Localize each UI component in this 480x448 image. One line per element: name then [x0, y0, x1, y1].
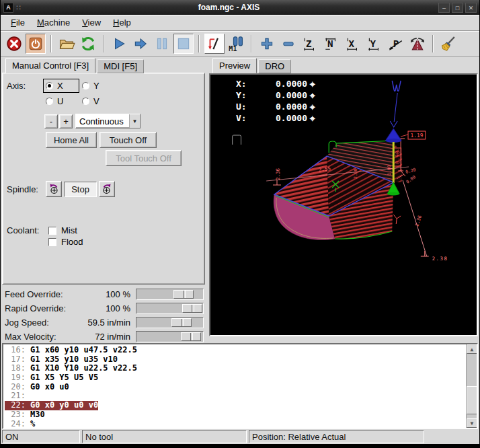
- axis-window: A ∷ foam.ngc - AXIS – □ ✕ File Machine V…: [0, 0, 480, 448]
- gcode-line[interactable]: 19:G1 X5 Y5 U5 V5: [5, 373, 465, 383]
- spindle-stop-button[interactable]: Stop: [64, 182, 97, 197]
- pause-icon: [154, 36, 170, 52]
- gcode-line-active[interactable]: 22:G0 x0 y0 u0 v0: [5, 401, 465, 410]
- gcode-line[interactable]: 21:: [5, 391, 465, 401]
- dim-label-fan-b: 1.00: [387, 165, 392, 176]
- jog-minus-button[interactable]: -: [44, 114, 58, 128]
- view-x-button[interactable]: X: [343, 34, 363, 54]
- preview-panel: Preview DRO: [206, 57, 479, 343]
- axis-radio-u[interactable]: U: [43, 94, 79, 108]
- clear-plot-button[interactable]: [438, 34, 458, 54]
- home-all-button[interactable]: Home All: [46, 132, 97, 148]
- estop-button[interactable]: [4, 34, 24, 54]
- tab-mdi[interactable]: MDI [F5]: [97, 59, 144, 73]
- dim-label-000: 0.00: [405, 174, 417, 185]
- view-perspective-button[interactable]: P: [386, 34, 406, 54]
- close-button[interactable]: ✕: [465, 3, 477, 13]
- jog-increment-select[interactable]: Continuous ▼: [75, 114, 141, 128]
- scroll-up-arrow[interactable]: ▲: [467, 344, 477, 354]
- scroll-thumb[interactable]: [467, 386, 477, 414]
- minimize-button[interactable]: –: [438, 3, 450, 13]
- machine-power-button[interactable]: [26, 34, 46, 54]
- feed-override-label: Feed Override:: [5, 289, 63, 299]
- slider-handle[interactable]: [182, 304, 202, 313]
- slider-handle[interactable]: [171, 318, 192, 327]
- svg-text:M1: M1: [229, 44, 237, 52]
- view-z-back-button[interactable]: N: [321, 34, 342, 54]
- menu-file[interactable]: File: [5, 16, 31, 29]
- slider-handle[interactable]: [173, 290, 194, 299]
- preview-tabs: Preview DRO: [209, 58, 478, 73]
- radio-dot: [46, 98, 53, 105]
- jog-plus-button[interactable]: +: [59, 114, 73, 128]
- tab-dro[interactable]: DRO: [258, 59, 291, 73]
- dim-fork-marker: [393, 215, 401, 224]
- view-y-button[interactable]: Y: [364, 34, 385, 54]
- dro-axis-value: 0.0000: [256, 90, 307, 100]
- spindle-ccw-button[interactable]: [46, 181, 62, 197]
- spindle-label: Spindle:: [7, 184, 46, 194]
- zoom-out-button[interactable]: [278, 34, 298, 54]
- jog-speed-slider[interactable]: [136, 317, 204, 328]
- toolbar-separator: [103, 35, 104, 52]
- skip-lines-button[interactable]: [204, 34, 225, 54]
- feed-override-slider[interactable]: [136, 289, 204, 300]
- dim-label-left: 2.36: [275, 168, 281, 180]
- position-mode-cell: Position: Relative Actual: [249, 430, 424, 443]
- axis-radio-v[interactable]: V: [79, 94, 116, 108]
- radio-dot: [46, 82, 53, 89]
- reload-file-button[interactable]: [78, 34, 98, 54]
- tab-preview[interactable]: Preview: [212, 58, 257, 73]
- dro-axis-value: 0.0000: [256, 102, 307, 112]
- mist-checkbox[interactable]: Mist: [48, 225, 77, 235]
- max-velocity-slider[interactable]: [136, 331, 204, 342]
- gcode-line[interactable]: 16:G1 x60 y10 u47.5 v22.5: [5, 346, 465, 355]
- maximize-button[interactable]: □: [452, 3, 463, 13]
- max-velocity-row: Max Velocity: 72 in/min: [5, 330, 205, 344]
- run-program-button[interactable]: [109, 34, 129, 54]
- left-panel: Manual Control [F3] MDI [F5] Axis: X Y: [1, 57, 206, 343]
- max-velocity-value: 72 in/min: [95, 332, 130, 342]
- pause-program-button[interactable]: [152, 34, 172, 54]
- power-icon: [28, 36, 44, 52]
- tab-manual-control[interactable]: Manual Control [F3]: [5, 58, 95, 73]
- jog-increment-value: Continuous: [79, 116, 124, 126]
- view-z-back-icon: N: [323, 36, 339, 52]
- gcode-listing[interactable]: 16:G1 x60 y10 u47.5 v22.5 17:G1 x35 y10 …: [2, 343, 478, 429]
- gcode-line[interactable]: 20:G0 x0 u0: [5, 383, 465, 392]
- scroll-down-arrow[interactable]: ▼: [467, 418, 477, 428]
- tool-status-cell: No tool: [82, 430, 247, 443]
- tool-wire-line: [394, 93, 397, 122]
- gcode-line[interactable]: 17:G1 x35 y10 u35 v10: [5, 355, 465, 365]
- axis-radio-x[interactable]: X: [43, 79, 79, 93]
- gcode-line[interactable]: 24:%: [5, 420, 465, 429]
- step-line-button[interactable]: [130, 34, 151, 54]
- tool-touch-off-button[interactable]: Tool Touch Off: [106, 150, 182, 166]
- gcode-scrollbar[interactable]: ▲ ▼: [466, 344, 477, 428]
- stop-program-button[interactable]: [173, 34, 194, 54]
- checkbox-box: [48, 227, 56, 235]
- menu-help[interactable]: Help: [107, 16, 137, 29]
- gcode-line[interactable]: 18:G1 X10 Y10 u22.5 v22.5: [5, 364, 465, 373]
- step-arrow-icon: [132, 36, 149, 52]
- tool-w-marker: [392, 81, 401, 91]
- view-z-button[interactable]: Z: [300, 34, 320, 54]
- touch-off-button[interactable]: Touch Off: [99, 132, 157, 148]
- rotate-view-button[interactable]: [407, 34, 428, 54]
- homed-icon: ⌖: [310, 102, 315, 112]
- homed-icon: ⌖: [310, 79, 315, 89]
- menu-machine[interactable]: Machine: [31, 16, 76, 29]
- flood-checkbox[interactable]: Flood: [48, 237, 83, 247]
- dim-line-diagonal: [403, 180, 427, 256]
- gcode-line[interactable]: 23:M30: [5, 410, 465, 420]
- spindle-cw-button[interactable]: [99, 181, 115, 197]
- slider-handle[interactable]: [181, 332, 201, 341]
- menu-view[interactable]: View: [76, 16, 107, 29]
- zoom-in-button[interactable]: [257, 34, 277, 54]
- optional-pause-button[interactable]: M1: [226, 34, 246, 54]
- open-file-button[interactable]: [56, 34, 77, 54]
- preview-canvas[interactable]: 2.36 2.55 2.00 1.00 1.19 0.90 0.20 0.00: [209, 73, 478, 336]
- axis-radio-y[interactable]: Y: [79, 79, 116, 93]
- rapid-override-slider[interactable]: [136, 303, 204, 314]
- dim-label-fan-a: 2.00: [353, 168, 358, 179]
